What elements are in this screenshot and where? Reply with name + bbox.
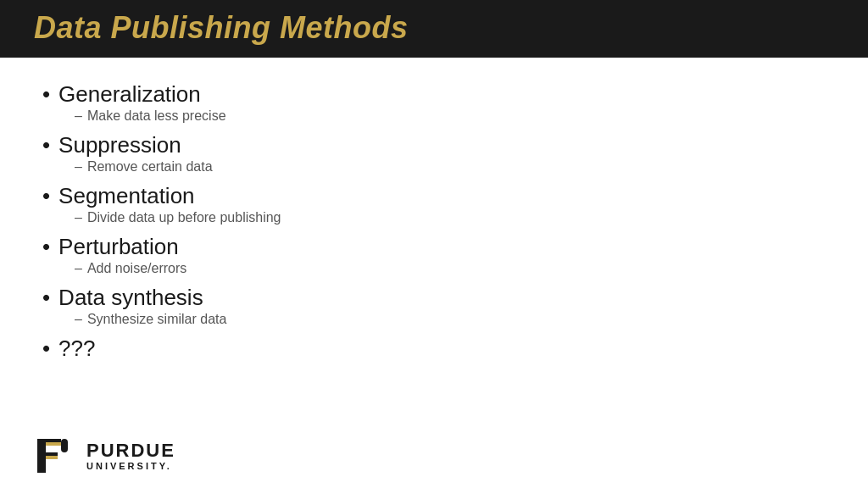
footer: PURDUE UNIVERSITY. [34, 435, 175, 476]
item-sub: Remove certain data [87, 159, 213, 175]
item-sub: Divide data up before publishing [87, 210, 281, 225]
bullet-dot: • [42, 236, 50, 258]
item-label: Data synthesis [58, 285, 203, 311]
bullet-dot: • [42, 134, 50, 156]
svg-rect-3 [61, 439, 68, 452]
page-title: Data Publishing Methods [34, 10, 409, 46]
item-sub: Make data less precise [87, 108, 226, 124]
item-sub: Add noise/errors [87, 261, 186, 276]
item-label: Suppression [58, 132, 181, 158]
content-area: • Generalization – Make data less precis… [0, 58, 868, 374]
purdue-university-label: UNIVERSITY. [86, 461, 175, 471]
list-item-segmentation: • Segmentation – Divide data up before p… [42, 183, 826, 225]
svg-rect-4 [46, 442, 61, 446]
header: Data Publishing Methods [0, 0, 868, 58]
item-label: Segmentation [58, 183, 194, 209]
bullet-dot: • [42, 83, 50, 105]
purdue-p-icon [34, 435, 78, 476]
purdue-text: PURDUE UNIVERSITY. [86, 441, 175, 471]
bullet-dot: • [42, 185, 50, 207]
item-label: Perturbation [58, 234, 179, 260]
list-item-suppression: • Suppression – Remove certain data [42, 132, 826, 175]
svg-rect-5 [46, 456, 58, 459]
list-item-perturbation: • Perturbation – Add noise/errors [42, 234, 826, 276]
list-item-unknown: • ??? [42, 336, 826, 362]
item-label: Generalization [58, 81, 201, 108]
bullet-dot: • [42, 337, 50, 359]
item-label: ??? [58, 336, 95, 362]
bullet-dot: • [42, 286, 50, 308]
purdue-university-name: PURDUE [86, 441, 175, 461]
list-item-data-synthesis: • Data synthesis – Synthesize similar da… [42, 285, 826, 327]
item-sub: Synthesize similar data [87, 312, 227, 327]
purdue-logo: PURDUE UNIVERSITY. [34, 435, 175, 476]
list-item-generalization: • Generalization – Make data less precis… [42, 81, 826, 124]
